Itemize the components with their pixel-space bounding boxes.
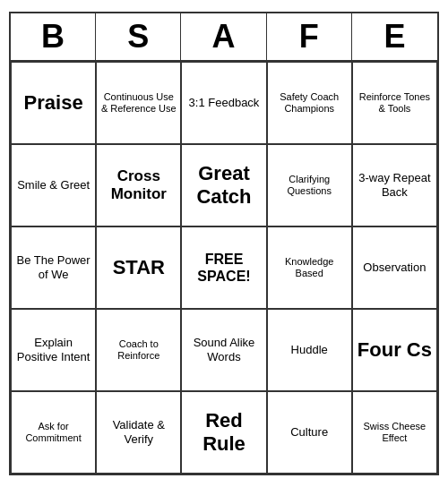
header-cell-e: E <box>352 13 437 60</box>
bingo-cell-0: Praise <box>11 62 96 144</box>
bingo-cell-2: 3:1 Feedback <box>181 62 266 144</box>
bingo-cell-11: STAR <box>96 226 181 309</box>
bingo-cell-24: Swiss Cheese Effect <box>352 391 437 474</box>
bingo-cell-22: Red Rule <box>181 391 266 474</box>
bingo-cell-20: Ask for Commitment <box>11 391 96 474</box>
bingo-cell-16: Coach to Reinforce <box>96 309 181 391</box>
bingo-cell-15: Explain Positive Intent <box>11 309 96 391</box>
bingo-cell-21: Validate & Verify <box>96 391 181 474</box>
header-cell-s: S <box>96 13 181 60</box>
bingo-cell-9: 3-way Repeat Back <box>352 144 437 226</box>
bingo-cell-23: Culture <box>267 391 352 474</box>
bingo-cell-3: Safety Coach Champions <box>267 62 352 144</box>
bingo-header: BSAFE <box>11 13 437 62</box>
header-cell-b: B <box>11 13 96 60</box>
bingo-cell-12: FREE SPACE! <box>181 226 266 309</box>
bingo-cell-14: Observation <box>352 226 437 309</box>
bingo-cell-10: Be The Power of We <box>11 226 96 309</box>
bingo-cell-13: Knowledge Based <box>267 226 352 309</box>
header-cell-f: F <box>267 13 352 60</box>
bingo-card: BSAFE PraiseContinuous Use & Reference U… <box>9 12 439 475</box>
bingo-cell-1: Continuous Use & Reference Use <box>96 62 181 144</box>
bingo-cell-19: Four Cs <box>352 309 437 391</box>
bingo-cell-17: Sound Alike Words <box>181 309 266 391</box>
bingo-cell-4: Reinforce Tones & Tools <box>352 62 437 144</box>
bingo-cell-18: Huddle <box>267 309 352 391</box>
bingo-grid: PraiseContinuous Use & Reference Use3:1 … <box>11 62 437 474</box>
bingo-cell-5: Smile & Greet <box>11 144 96 226</box>
bingo-cell-8: Clarifying Questions <box>267 144 352 226</box>
bingo-cell-7: Great Catch <box>181 144 266 226</box>
header-cell-a: A <box>181 13 266 60</box>
bingo-cell-6: Cross Monitor <box>96 144 181 226</box>
